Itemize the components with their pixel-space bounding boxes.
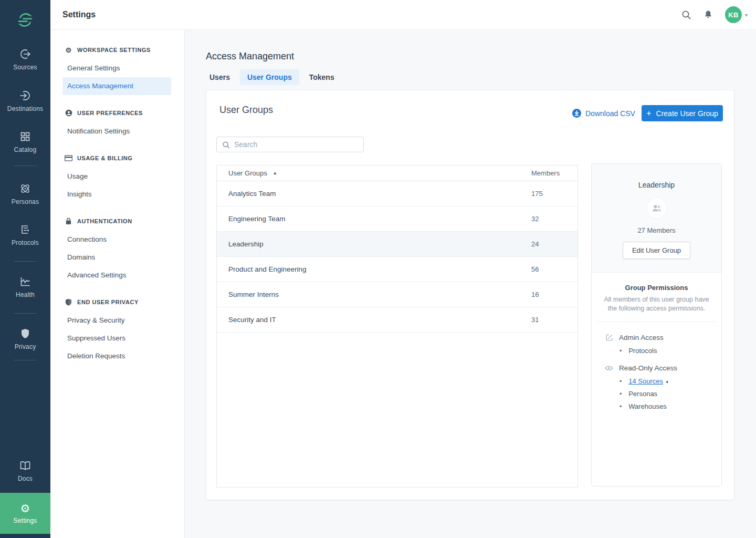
- rail-divider: [14, 261, 37, 262]
- column-header-members: Members: [531, 169, 560, 177]
- main-content: Access Management Users User Groups Toke…: [185, 30, 756, 538]
- tab-user-groups[interactable]: User Groups: [240, 69, 299, 85]
- group-name: Leadership: [592, 181, 721, 189]
- rail-item-health[interactable]: Health: [0, 275, 50, 298]
- rail-label: Health: [0, 291, 50, 298]
- members-cell: 31: [531, 316, 539, 324]
- permission-item: • Warehouses: [620, 402, 714, 410]
- column-label: User Groups: [228, 169, 267, 177]
- rail-label: Destinations: [0, 105, 50, 112]
- permission-item-label: Protocols: [628, 347, 657, 355]
- members-cell: 32: [531, 215, 539, 223]
- download-csv-label: Download CSV: [585, 109, 635, 118]
- rail-item-protocols[interactable]: Protocols: [0, 223, 50, 246]
- group-name-cell: Engineering Team: [217, 215, 531, 223]
- credit-card-icon: [65, 154, 72, 162]
- permission-item-label: Personas: [628, 390, 657, 398]
- avatar: KB: [725, 6, 742, 23]
- people-icon: [652, 204, 662, 212]
- table-row[interactable]: Summer Interns 16: [217, 282, 578, 307]
- permission-item-label: Warehouses: [628, 402, 667, 410]
- sidebar-item-privacy-security[interactable]: Privacy & Security: [62, 312, 171, 329]
- page-title: Access Management: [206, 51, 294, 62]
- rail-divider: [14, 313, 37, 314]
- table-row[interactable]: Product and Engineering 56: [217, 257, 578, 282]
- nav-section-end-user-privacy: END USER PRIVACY Privacy & Security Supp…: [50, 297, 184, 365]
- table-row[interactable]: Engineering Team 32: [217, 206, 578, 232]
- user-groups-card: User Groups Download CSV + Create User G…: [206, 90, 734, 500]
- table-row-selected[interactable]: Leadership 24: [217, 232, 578, 257]
- segment-logo[interactable]: [17, 12, 34, 28]
- sidebar-item-deletion-requests[interactable]: Deletion Requests: [62, 347, 171, 365]
- sidebar-item-connections[interactable]: Connections: [62, 231, 171, 249]
- sidebar-item-access-management[interactable]: Access Management: [62, 77, 171, 95]
- bullet-icon: •: [620, 378, 622, 385]
- sidebar-item-usage[interactable]: Usage: [62, 168, 171, 185]
- create-button-label: Create User Group: [656, 109, 718, 118]
- app-title: Settings: [62, 0, 96, 29]
- sidebar-item-advanced-settings[interactable]: Advanced Settings: [62, 266, 171, 284]
- bullet-icon: •: [620, 403, 622, 410]
- section-header: USER PREFERENCES: [50, 108, 184, 118]
- search-input[interactable]: [234, 140, 358, 149]
- sidebar-item-notification-settings[interactable]: Notification Settings: [62, 122, 171, 140]
- gear-icon: ⚙: [65, 46, 72, 54]
- sidebar-item-domains[interactable]: Domains: [62, 249, 171, 266]
- catalog-icon: [19, 130, 32, 143]
- group-name-cell: Analytics Team: [217, 190, 531, 198]
- shield-icon: [65, 298, 72, 306]
- rail-item-privacy[interactable]: Privacy: [0, 327, 50, 350]
- nav-section-user-preferences: USER PREFERENCES Notification Settings: [50, 108, 184, 140]
- column-header-user-groups[interactable]: User Groups ▲: [217, 169, 531, 177]
- rail-item-settings-active[interactable]: ⚙ Settings: [0, 493, 50, 534]
- rail-label: Personas: [0, 198, 50, 205]
- download-icon: [572, 109, 581, 118]
- section-label: WORKSPACE SETTINGS: [77, 47, 151, 53]
- members-cell: 175: [531, 190, 543, 198]
- rail-item-catalog[interactable]: Catalog: [0, 130, 50, 153]
- sources-icon: [19, 48, 32, 60]
- bullet-icon: •: [620, 347, 622, 355]
- rail-item-personas[interactable]: Personas: [0, 182, 50, 205]
- admin-access-label: Admin Access: [605, 333, 714, 342]
- table-row[interactable]: Security and IT 31: [217, 307, 578, 333]
- download-csv-button[interactable]: Download CSV: [572, 109, 635, 118]
- search-box: [216, 137, 364, 152]
- section-header: END USER PRIVACY: [50, 297, 184, 307]
- readonly-access-group: Read-Only Access • 14 Sources ▾ • P: [605, 364, 714, 410]
- section-label: USER PREFERENCES: [77, 110, 143, 116]
- group-name-cell: Summer Interns: [217, 291, 531, 298]
- section-header: ⚙ WORKSPACE SETTINGS: [50, 45, 184, 55]
- table-row[interactable]: Analytics Team 175: [217, 181, 578, 206]
- search-icon[interactable]: [681, 9, 691, 20]
- sidebar-item-suppressed-users[interactable]: Suppressed Users: [62, 329, 171, 347]
- member-count: 27 Members: [592, 226, 721, 234]
- health-icon: [19, 275, 32, 288]
- readonly-access-items: • 14 Sources ▾ • Personas • Wa: [605, 377, 714, 410]
- sources-count-link[interactable]: 14 Sources: [628, 377, 663, 385]
- sidebar-item-insights[interactable]: Insights: [62, 185, 171, 203]
- tab-tokens[interactable]: Tokens: [302, 69, 342, 85]
- edit-user-group-button[interactable]: Edit User Group: [623, 242, 690, 259]
- account-menu[interactable]: KB ▾: [725, 6, 748, 23]
- admin-access-group: Admin Access • Protocols: [605, 333, 714, 355]
- permission-item: • Personas: [620, 390, 714, 398]
- personas-icon: [19, 182, 32, 195]
- rail-item-destinations[interactable]: Destinations: [0, 89, 50, 112]
- edit-pencil-icon: [605, 333, 613, 342]
- header-actions: KB ▾: [681, 0, 748, 29]
- create-user-group-button[interactable]: + Create User Group: [642, 105, 723, 121]
- rail-item-sources[interactable]: Sources: [0, 48, 50, 71]
- rail-label: Protocols: [0, 239, 50, 246]
- rail-label: Catalog: [0, 146, 50, 153]
- tab-users[interactable]: Users: [202, 69, 237, 85]
- rail-label: Settings: [14, 517, 37, 524]
- section-header: USAGE & BILLING: [50, 153, 184, 163]
- sidebar-item-general-settings[interactable]: General Settings: [62, 59, 171, 77]
- group-name-cell: Leadership: [217, 240, 531, 248]
- group-permissions: Group Permissions All members of this us…: [592, 273, 721, 410]
- nav-section-usage-billing: USAGE & BILLING Usage Insights: [50, 153, 184, 203]
- rail-item-docs[interactable]: Docs: [0, 459, 50, 482]
- rail-divider: [14, 165, 37, 166]
- notifications-bell-icon[interactable]: [703, 9, 713, 20]
